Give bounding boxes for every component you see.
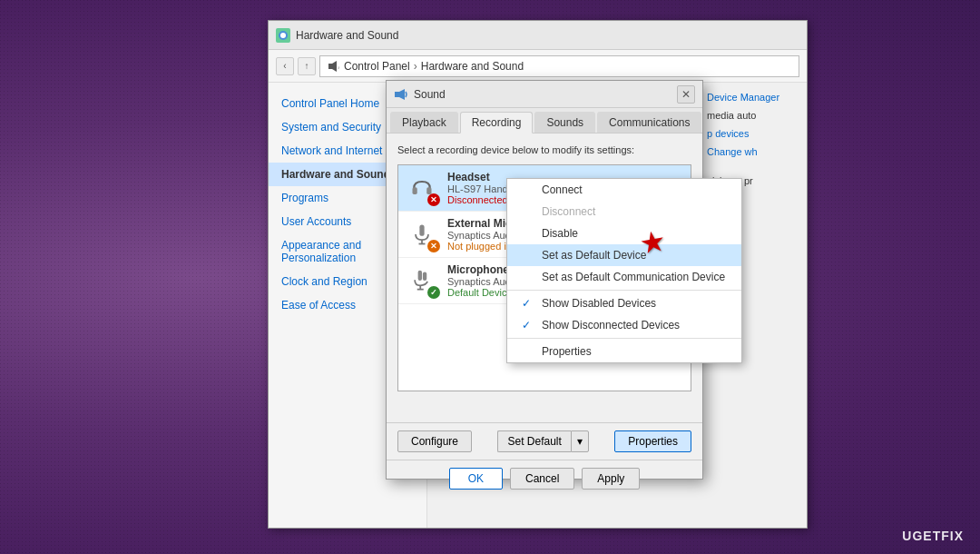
show-disconnected-check: ✓	[522, 319, 534, 331]
properties-button[interactable]: Properties	[614, 430, 691, 452]
dialog-title-text: Sound	[414, 88, 446, 101]
svg-rect-12	[418, 271, 422, 281]
ext-mic-status-badge: ✕	[427, 240, 440, 252]
disable-label: Disable	[542, 227, 578, 240]
set-default-button[interactable]: Set Default	[497, 430, 570, 452]
media-auto-text: media auto	[707, 110, 798, 121]
apply-button[interactable]: Apply	[582, 468, 640, 490]
svg-text:♪: ♪	[338, 64, 340, 70]
context-disconnect[interactable]: Disconnect	[507, 201, 741, 223]
connect-label: Connect	[542, 183, 583, 196]
set-default-dropdown[interactable]: ▾	[571, 430, 589, 452]
cancel-button[interactable]: Cancel	[510, 468, 574, 490]
nav-up-btn[interactable]: ↑	[298, 57, 316, 75]
cp-titlebar: Hardware and Sound	[269, 21, 807, 50]
sound-title-icon	[394, 87, 408, 102]
set-default-comm-label: Set as Default Communication Device	[542, 271, 725, 283]
set-default-group: Set Default ▾	[497, 430, 588, 452]
context-disable[interactable]: Disable	[507, 223, 741, 244]
context-show-disconnected[interactable]: ✓ Show Disconnected Devices	[507, 314, 741, 336]
watermark: UGETFIX	[902, 529, 964, 543]
external-mic-icon: ✕	[406, 218, 438, 251]
context-connect[interactable]: Connect	[507, 179, 741, 201]
svg-marker-6	[399, 89, 405, 100]
speaker-icon: ♪	[328, 60, 340, 73]
context-separator-1	[507, 290, 741, 291]
tab-playback[interactable]: Playback	[390, 112, 458, 133]
svg-point-1	[280, 33, 286, 38]
context-set-default[interactable]: Set as Default Device	[507, 244, 741, 266]
cp-title-icon	[276, 28, 290, 43]
configure-button[interactable]: Configure	[397, 430, 472, 452]
disconnect-label: Disconnect	[542, 205, 595, 218]
nav-path[interactable]: ♪ Control Panel › Hardware and Sound	[319, 55, 799, 77]
cp-nav-bar: ‹ ↑ ♪ Control Panel › Hardware and Sound	[269, 50, 807, 83]
svg-marker-3	[332, 61, 337, 72]
show-disconnected-label: Show Disconnected Devices	[542, 319, 680, 331]
context-separator-2	[507, 338, 741, 339]
nav-sep1: ›	[414, 60, 417, 73]
svg-rect-7	[413, 187, 417, 194]
headset-icon: ✕	[406, 172, 438, 204]
context-set-default-comm[interactable]: Set as Default Communication Device	[507, 266, 741, 288]
svg-rect-5	[395, 92, 399, 97]
svg-rect-2	[328, 64, 332, 69]
change-link[interactable]: Change wh	[707, 146, 798, 157]
dialog-instruction: Select a recording device below to modif…	[397, 144, 691, 155]
nav-control-panel: Control Panel	[344, 60, 410, 73]
tab-recording[interactable]: Recording	[460, 112, 534, 134]
dialog-titlebar: Sound ✕	[387, 81, 702, 108]
nav-hardware-sound: Hardware and Sound	[421, 60, 524, 73]
context-menu: Connect Disconnect Disable Set as Defaul…	[506, 178, 742, 363]
devices-link[interactable]: p devices	[707, 128, 798, 139]
dialog-close-button[interactable]: ✕	[677, 85, 695, 104]
properties-label: Properties	[542, 345, 592, 358]
dialog-title-left: Sound	[394, 87, 446, 102]
tab-sounds[interactable]: Sounds	[534, 112, 595, 133]
show-disabled-check: ✓	[522, 297, 534, 310]
svg-rect-9	[419, 225, 424, 236]
svg-rect-13	[423, 272, 426, 281]
headset-status-badge: ✕	[427, 193, 440, 206]
context-show-disabled[interactable]: ✓ Show Disabled Devices	[507, 292, 741, 314]
device-manager-link[interactable]: Device Manager	[707, 92, 798, 103]
cp-title-text: Hardware and Sound	[296, 29, 398, 42]
mic-array-status-badge: ✓	[427, 286, 440, 299]
dialog-footer: Configure Set Default ▾ Properties	[387, 422, 702, 460]
mic-array-icon: ✓	[406, 264, 438, 297]
dialog-buttons: OK Cancel Apply	[387, 460, 702, 497]
dialog-tabs: Playback Recording Sounds Communications	[387, 108, 702, 134]
context-properties[interactable]: Properties	[507, 341, 741, 362]
tab-communications[interactable]: Communications	[597, 112, 701, 133]
show-disabled-label: Show Disabled Devices	[542, 297, 656, 310]
set-default-label: Set as Default Device	[542, 249, 646, 262]
ok-button[interactable]: OK	[449, 468, 503, 490]
nav-back-btn[interactable]: ‹	[276, 57, 294, 75]
